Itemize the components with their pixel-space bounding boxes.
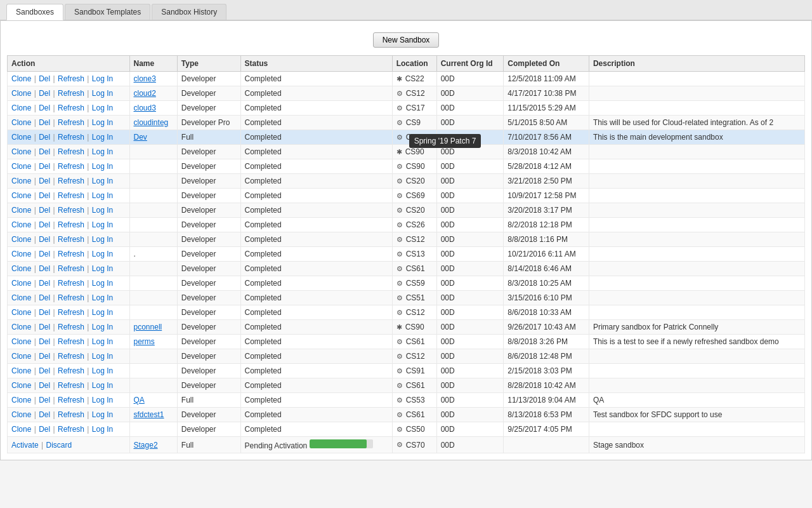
action-link-del[interactable]: Del (39, 293, 50, 302)
action-link-clone[interactable]: Clone (11, 425, 31, 434)
sandbox-name-link[interactable]: QA (134, 396, 145, 404)
action-link-clone[interactable]: Clone (11, 235, 31, 244)
action-link-log-in[interactable]: Log In (92, 425, 113, 434)
sandbox-name-link[interactable]: cloud3 (134, 104, 156, 112)
action-link-del[interactable]: Del (39, 352, 50, 361)
action-link-activate[interactable]: Activate (11, 441, 39, 450)
action-link-log-in[interactable]: Log In (92, 104, 113, 112)
action-link-log-in[interactable]: Log In (92, 147, 113, 156)
action-link-refresh[interactable]: Refresh (58, 366, 84, 375)
action-link-log-in[interactable]: Log In (92, 337, 113, 346)
action-link-del[interactable]: Del (39, 191, 50, 200)
action-link-clone[interactable]: Clone (11, 162, 31, 171)
action-link-refresh[interactable]: Refresh (58, 74, 84, 83)
action-link-refresh[interactable]: Refresh (58, 381, 84, 390)
action-link-clone[interactable]: Clone (11, 89, 31, 98)
action-link-refresh[interactable]: Refresh (58, 250, 84, 258)
action-link-clone[interactable]: Clone (11, 133, 31, 142)
sandbox-name-link[interactable]: pconnell (134, 323, 162, 331)
action-link-refresh[interactable]: Refresh (58, 162, 84, 171)
action-link-del[interactable]: Del (39, 396, 50, 404)
action-link-clone[interactable]: Clone (11, 279, 31, 288)
action-link-del[interactable]: Del (39, 264, 50, 273)
action-link-log-in[interactable]: Log In (92, 220, 113, 229)
action-link-del[interactable]: Del (39, 220, 50, 229)
action-link-clone[interactable]: Clone (11, 118, 31, 127)
sandbox-name-link[interactable]: Stage2 (134, 441, 158, 450)
action-link-del[interactable]: Del (39, 250, 50, 258)
action-link-del[interactable]: Del (39, 89, 50, 98)
action-link-log-in[interactable]: Log In (92, 381, 113, 390)
action-link-refresh[interactable]: Refresh (58, 147, 84, 156)
action-link-del[interactable]: Del (39, 323, 50, 331)
action-link-del[interactable]: Del (39, 162, 50, 171)
action-link-clone[interactable]: Clone (11, 264, 31, 273)
action-link-clone[interactable]: Clone (11, 177, 31, 185)
action-link-refresh[interactable]: Refresh (58, 264, 84, 273)
action-link-refresh[interactable]: Refresh (58, 177, 84, 185)
action-link-del[interactable]: Del (39, 147, 50, 156)
action-link-log-in[interactable]: Log In (92, 293, 113, 302)
action-link-clone[interactable]: Clone (11, 250, 31, 258)
action-link-clone[interactable]: Clone (11, 396, 31, 404)
tab-sandboxes[interactable]: Sandboxes (6, 4, 63, 20)
action-link-clone[interactable]: Clone (11, 352, 31, 361)
action-link-refresh[interactable]: Refresh (58, 89, 84, 98)
action-link-clone[interactable]: Clone (11, 191, 31, 200)
action-link-del[interactable]: Del (39, 104, 50, 112)
sandbox-name-link[interactable]: cloudinteg (134, 118, 169, 127)
action-link-clone[interactable]: Clone (11, 220, 31, 229)
action-link-del[interactable]: Del (39, 279, 50, 288)
action-link-refresh[interactable]: Refresh (58, 410, 84, 419)
action-link-log-in[interactable]: Log In (92, 250, 113, 258)
action-link-clone[interactable]: Clone (11, 381, 31, 390)
sandbox-name-link[interactable]: cloud2 (134, 89, 156, 98)
action-link-refresh[interactable]: Refresh (58, 118, 84, 127)
action-link-log-in[interactable]: Log In (92, 366, 113, 375)
action-link-del[interactable]: Del (39, 74, 50, 83)
action-link-log-in[interactable]: Log In (92, 352, 113, 361)
action-link-del[interactable]: Del (39, 206, 50, 215)
action-link-del[interactable]: Del (39, 118, 50, 127)
action-link-log-in[interactable]: Log In (92, 264, 113, 273)
action-link-refresh[interactable]: Refresh (58, 104, 84, 112)
action-link-clone[interactable]: Clone (11, 293, 31, 302)
action-link-log-in[interactable]: Log In (92, 206, 113, 215)
sandbox-name-link[interactable]: Dev (134, 133, 147, 142)
action-link-clone[interactable]: Clone (11, 337, 31, 346)
action-link-refresh[interactable]: Refresh (58, 308, 84, 317)
sandbox-name-link[interactable]: clone3 (134, 74, 156, 83)
action-link-log-in[interactable]: Log In (92, 308, 113, 317)
action-link-log-in[interactable]: Log In (92, 323, 113, 331)
action-link-clone[interactable]: Clone (11, 323, 31, 331)
action-link-clone[interactable]: Clone (11, 308, 31, 317)
action-link-refresh[interactable]: Refresh (58, 323, 84, 331)
action-link-log-in[interactable]: Log In (92, 118, 113, 127)
action-link-del[interactable]: Del (39, 308, 50, 317)
action-link-log-in[interactable]: Log In (92, 396, 113, 404)
action-link-log-in[interactable]: Log In (92, 410, 113, 419)
action-link-refresh[interactable]: Refresh (58, 279, 84, 288)
action-link-del[interactable]: Del (39, 235, 50, 244)
action-link-refresh[interactable]: Refresh (58, 396, 84, 404)
tab-sandbox-templates[interactable]: Sandbox Templates (65, 4, 150, 20)
action-link-log-in[interactable]: Log In (92, 74, 113, 83)
action-link-del[interactable]: Del (39, 410, 50, 419)
action-link-refresh[interactable]: Refresh (58, 337, 84, 346)
action-link-del[interactable]: Del (39, 366, 50, 375)
action-link-clone[interactable]: Clone (11, 410, 31, 419)
action-link-clone[interactable]: Clone (11, 104, 31, 112)
action-link-log-in[interactable]: Log In (92, 162, 113, 171)
action-link-clone[interactable]: Clone (11, 366, 31, 375)
tab-sandbox-history[interactable]: Sandbox History (152, 4, 226, 20)
action-link-log-in[interactable]: Log In (92, 191, 113, 200)
action-link-log-in[interactable]: Log In (92, 177, 113, 185)
action-link-refresh[interactable]: Refresh (58, 206, 84, 215)
action-link-refresh[interactable]: Refresh (58, 425, 84, 434)
action-link-discard[interactable]: Discard (46, 441, 72, 450)
action-link-log-in[interactable]: Log In (92, 133, 113, 142)
action-link-refresh[interactable]: Refresh (58, 352, 84, 361)
action-link-refresh[interactable]: Refresh (58, 191, 84, 200)
action-link-del[interactable]: Del (39, 425, 50, 434)
sandbox-name-link[interactable]: sfdctest1 (134, 410, 164, 419)
